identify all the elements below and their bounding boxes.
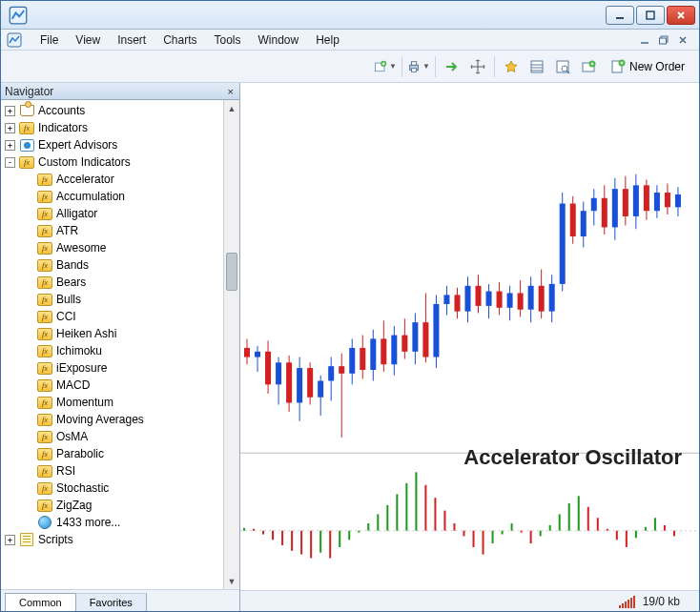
print-button[interactable]: ▼ [406,54,431,79]
chart-area: Accelerator Oscillator 19/0 kb [240,83,699,611]
tree-label: Alligator [56,207,97,220]
navigator-title-label: Navigator [5,85,53,98]
tree-label: RSI [56,464,75,478]
tree-item-ichimoku[interactable]: fxIchimoku [1,342,223,359]
navigator-scrollbar[interactable]: ▲ ▼ [223,100,239,589]
tree-item-accounts[interactable]: +Accounts [1,102,223,119]
svg-rect-94 [612,189,618,227]
navigator-tree[interactable]: +Accounts+fxIndicators+Expert Advisors-f… [1,100,223,589]
scroll-up-button[interactable]: ▲ [224,100,239,116]
svg-rect-54 [401,336,407,352]
tree-label: Custom Indicators [38,155,131,169]
tree-item-scripts[interactable]: +Scripts [1,531,223,548]
tab-common[interactable]: Common [5,593,76,611]
tree-item-parabolic[interactable]: fxParabolic [1,445,223,462]
svg-rect-34 [297,368,302,402]
window-minimize-button[interactable] [606,6,634,25]
tree-item-iexposure[interactable]: fxiExposure [1,359,223,377]
svg-rect-74 [507,293,513,307]
tree-label: Bears [56,275,86,289]
tree-item-moving-averages[interactable]: fxMoving Averages [1,411,223,428]
expander-icon[interactable]: + [5,123,15,133]
window-close-button[interactable] [667,6,695,25]
expander-icon[interactable]: - [5,157,15,168]
svg-rect-86 [570,204,576,237]
tree-item-bands[interactable]: fxBands [1,256,223,274]
navigator-title: Navigator × [1,83,239,100]
expander-icon[interactable]: + [5,140,15,151]
tree-label: Accumulation [56,190,125,203]
tree-item-more[interactable]: 1433 more... [1,514,223,531]
svg-line-18 [566,71,569,73]
mdi-minimize-button[interactable] [636,31,653,49]
new-order-button[interactable]: New Order [602,54,693,79]
svg-rect-58 [422,322,428,357]
navigator-tabs: Common Favorites [1,590,239,611]
svg-rect-84 [560,204,566,284]
tree-label: Indicators [38,121,88,134]
terminal-button[interactable] [576,54,601,79]
tree-item-custom-indicators[interactable]: -fxCustom Indicators [1,153,223,171]
menu-help[interactable]: Help [307,31,348,49]
menu-file[interactable]: File [31,31,67,49]
connection-bars-icon [619,595,635,608]
menu-insert[interactable]: Insert [109,31,154,49]
tree-item-indicators[interactable]: +fxIndicators [1,119,223,136]
tab-favorites[interactable]: Favorites [75,593,147,611]
tree-item-macd[interactable]: fxMACD [1,377,223,394]
tree-item-heiken-ashi[interactable]: fxHeiken Ashi [1,325,223,342]
chart[interactable]: Accelerator Oscillator [240,83,699,590]
svg-rect-98 [633,185,639,216]
crosshair-button[interactable] [465,54,490,79]
svg-rect-106 [675,194,681,207]
autoscroll-button[interactable] [440,54,464,79]
svg-rect-72 [497,292,503,308]
tree-item-osma[interactable]: fxOsMA [1,428,223,445]
menu-tools[interactable]: Tools [206,31,250,49]
window-maximize-button[interactable] [636,6,665,25]
navigator-button[interactable] [550,54,575,79]
new-chart-button[interactable]: ▼ [373,54,398,79]
window-titlebar [1,1,699,30]
navigator-close-button[interactable]: × [226,86,236,97]
tree-item-bulls[interactable]: fxBulls [1,291,223,308]
menu-view[interactable]: View [67,31,109,49]
tree-item-bears[interactable]: fxBears [1,274,223,291]
svg-rect-46 [360,348,365,370]
tree-item-expert-advisors[interactable]: +Expert Advisors [1,136,223,153]
new-order-label: New Order [629,60,685,73]
expander-icon[interactable]: + [5,106,15,116]
tree-item-accelerator[interactable]: fxAccelerator [1,171,223,188]
tree-label: Bulls [56,293,81,306]
tree-item-accumulation[interactable]: fxAccumulation [1,188,223,205]
mdi-restore-button[interactable] [655,31,672,49]
mdi-close-button[interactable] [674,31,691,49]
tree-item-atr[interactable]: fxATR [1,222,223,239]
oscillator-label: Accelerator Oscillator [463,445,682,470]
tree-label: Moving Averages [56,413,144,426]
tree-label: Parabolic [56,447,104,460]
market-watch-button[interactable] [499,54,524,79]
tree-label: Scripts [38,533,73,546]
tree-label: Ichimoku [56,344,102,357]
tree-item-momentum[interactable]: fxMomentum [1,394,223,411]
svg-rect-26 [255,352,260,357]
menu-charts[interactable]: Charts [154,31,205,49]
tree-item-awesome[interactable]: fxAwesome [1,239,223,256]
scroll-down-button[interactable]: ▼ [224,573,239,589]
standard-toolbar: ▼ ▼ New Order [1,51,699,83]
tree-item-stochastic[interactable]: fxStochastic [1,479,223,497]
svg-rect-80 [539,286,545,312]
tree-item-alligator[interactable]: fxAlligator [1,205,223,222]
scroll-thumb[interactable] [226,253,237,291]
expander-icon[interactable]: + [5,535,15,545]
tree-item-cci[interactable]: fxCCI [1,308,223,325]
svg-rect-96 [623,189,628,216]
tree-label: MACD [56,378,90,392]
data-window-button[interactable] [525,54,549,79]
tree-item-zigzag[interactable]: fxZigZag [1,497,223,514]
svg-rect-11 [411,68,416,71]
tree-label: Expert Advisors [38,138,117,152]
tree-item-rsi[interactable]: fxRSI [1,462,223,479]
menu-window[interactable]: Window [250,31,308,49]
